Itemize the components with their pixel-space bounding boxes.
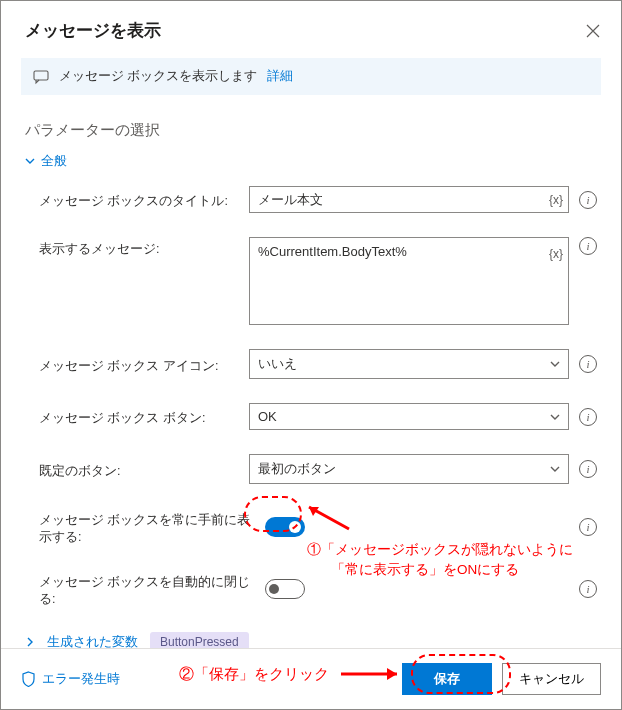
topmost-toggle[interactable] bbox=[265, 517, 305, 537]
general-section-header[interactable]: 全般 bbox=[25, 152, 597, 170]
dialog-header: メッセージを表示 bbox=[1, 1, 621, 52]
info-bar: メッセージ ボックスを表示します 詳細 bbox=[21, 58, 601, 95]
chevron-right-icon bbox=[25, 637, 35, 647]
buttons-select-value: OK bbox=[258, 409, 277, 424]
generated-variables-label: 生成された変数 bbox=[47, 633, 138, 648]
field-buttons: メッセージ ボックス ボタン: OK i bbox=[39, 403, 597, 430]
field-icon-label: メッセージ ボックス アイコン: bbox=[39, 354, 239, 375]
close-button[interactable] bbox=[585, 23, 601, 39]
field-default-button-label: 既定のボタン: bbox=[39, 459, 239, 480]
dialog-footer: エラー発生時 保存 キャンセル bbox=[1, 648, 621, 709]
on-error-link[interactable]: エラー発生時 bbox=[21, 670, 120, 688]
info-icon[interactable]: i bbox=[579, 580, 597, 598]
dialog-title: メッセージを表示 bbox=[25, 19, 585, 42]
cancel-button[interactable]: キャンセル bbox=[502, 663, 601, 695]
field-autoclose: メッセージ ボックスを自動的に閉じる: i bbox=[39, 570, 597, 608]
buttons-select[interactable]: OK bbox=[249, 403, 569, 430]
dialog: メッセージを表示 メッセージ ボックスを表示します 詳細 パラメーターの選択 全… bbox=[0, 0, 622, 710]
field-topmost-label: メッセージ ボックスを常に手前に表示する: bbox=[39, 508, 255, 546]
info-icon[interactable]: i bbox=[579, 408, 597, 426]
field-default-button: 既定のボタン: 最初のボタン i bbox=[39, 454, 597, 484]
field-buttons-label: メッセージ ボックス ボタン: bbox=[39, 406, 239, 427]
svg-rect-0 bbox=[34, 71, 48, 80]
autoclose-toggle[interactable] bbox=[265, 579, 305, 599]
on-error-label: エラー発生時 bbox=[42, 670, 120, 688]
default-button-select[interactable]: 最初のボタン bbox=[249, 454, 569, 484]
info-icon[interactable]: i bbox=[579, 191, 597, 209]
field-title-label: メッセージ ボックスのタイトル: bbox=[39, 189, 239, 210]
generated-variable-pill[interactable]: ButtonPressed bbox=[150, 632, 249, 648]
section-title: パラメーターの選択 bbox=[25, 121, 597, 140]
info-text: メッセージ ボックスを表示します bbox=[59, 68, 257, 85]
shield-icon bbox=[21, 671, 36, 687]
chevron-down-icon bbox=[550, 359, 560, 369]
info-icon[interactable]: i bbox=[579, 355, 597, 373]
field-icon: メッセージ ボックス アイコン: いいえ i bbox=[39, 349, 597, 379]
dialog-body: パラメーターの選択 全般 メッセージ ボックスのタイトル: {x} i 表示する bbox=[1, 105, 621, 648]
chevron-down-icon bbox=[550, 412, 560, 422]
message-input[interactable] bbox=[249, 237, 569, 325]
generated-variables-header[interactable]: 生成された変数 ButtonPressed bbox=[25, 632, 597, 648]
info-icon[interactable]: i bbox=[579, 518, 597, 536]
field-message: 表示するメッセージ: {x} i bbox=[39, 237, 597, 325]
info-icon[interactable]: i bbox=[579, 460, 597, 478]
message-icon bbox=[33, 69, 49, 85]
title-input[interactable] bbox=[249, 186, 569, 213]
info-link[interactable]: 詳細 bbox=[267, 68, 293, 85]
icon-select-value: いいえ bbox=[258, 355, 297, 373]
chevron-down-icon bbox=[550, 464, 560, 474]
chevron-down-icon bbox=[25, 156, 35, 166]
field-autoclose-label: メッセージ ボックスを自動的に閉じる: bbox=[39, 570, 255, 608]
info-icon[interactable]: i bbox=[579, 237, 597, 255]
save-button[interactable]: 保存 bbox=[402, 663, 492, 695]
icon-select[interactable]: いいえ bbox=[249, 349, 569, 379]
close-icon bbox=[586, 24, 600, 38]
field-topmost: メッセージ ボックスを常に手前に表示する: i bbox=[39, 508, 597, 546]
default-button-select-value: 最初のボタン bbox=[258, 460, 336, 478]
field-title: メッセージ ボックスのタイトル: {x} i bbox=[39, 186, 597, 213]
general-label: 全般 bbox=[41, 152, 67, 170]
field-message-label: 表示するメッセージ: bbox=[39, 237, 239, 258]
